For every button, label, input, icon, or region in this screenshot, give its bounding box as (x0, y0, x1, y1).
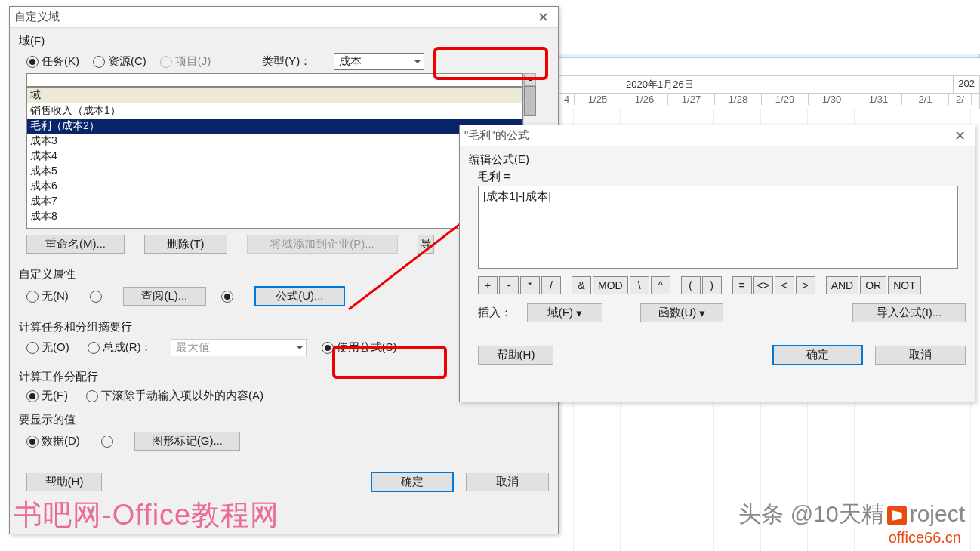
dialog-titlebar[interactable]: 自定义域 ✕ (10, 7, 558, 28)
op-lt[interactable]: < (775, 276, 794, 294)
op-gt[interactable]: > (796, 276, 815, 294)
op-not[interactable]: NOT (888, 276, 921, 294)
radio-attr-lookup[interactable] (90, 291, 102, 303)
radio-calc-none[interactable]: 无(O) (26, 340, 69, 355)
insert-field-button[interactable]: 域(F) ▾ (527, 303, 602, 322)
gantt-day: 2/ (949, 94, 972, 105)
gantt-day: 1/25 (575, 94, 621, 105)
list-item[interactable]: 毛利（成本2） (27, 119, 522, 134)
gantt-strip (559, 54, 980, 58)
radio-attr-none[interactable]: 无(N) (26, 289, 69, 303)
highlight-box-useformula (332, 346, 447, 379)
lookup-button[interactable]: 查阅(L)... (123, 287, 206, 306)
dialog-title: 自定义域 (14, 10, 60, 24)
list-item[interactable]: 成本8 (27, 209, 522, 224)
gantt-day: 1/27 (668, 94, 715, 105)
op-mod[interactable]: MOD (593, 276, 628, 294)
gantt-week-next: 202 (954, 76, 979, 94)
radio-resource[interactable]: 资源(C) (93, 54, 146, 69)
close-icon[interactable]: ✕ (533, 9, 553, 26)
radio-assign-rolldown[interactable]: 下滚除手动输入项以外的内容(A) (86, 389, 263, 403)
op-plus[interactable]: + (478, 276, 498, 294)
op-div[interactable]: / (541, 276, 561, 294)
gantt-day: 1/30 (809, 94, 855, 105)
insert-function-button[interactable]: 函数(U) ▾ (640, 303, 723, 322)
op-ne[interactable]: <> (753, 276, 773, 294)
radio-assign-none[interactable]: 无(E) (26, 389, 68, 403)
op-eq[interactable]: = (732, 276, 752, 294)
gantt-week-label: 2020年1月26日 (621, 76, 954, 94)
gantt-day: 2/1 (902, 94, 949, 105)
formula-help-button[interactable]: 帮助(H) (478, 346, 553, 365)
op-or[interactable]: OR (860, 276, 886, 294)
radio-project[interactable]: 项目(J) (160, 54, 211, 69)
import-button-partial[interactable]: 导 (418, 235, 434, 254)
radio-task[interactable]: 任务(K) (26, 54, 79, 69)
scroll-thumb[interactable] (524, 86, 536, 116)
rename-button[interactable]: 重命名(M)... (26, 235, 125, 254)
op-concat[interactable]: & (572, 276, 591, 294)
rollup-select: 最大值 (171, 339, 307, 356)
gantt-day: 1/28 (715, 94, 762, 105)
cancel-button[interactable]: 取消 (466, 473, 549, 491)
type-select[interactable]: 成本 (334, 53, 424, 70)
insert-label: 插入： (478, 306, 512, 320)
list-header: 域 (27, 88, 522, 103)
attribution-text: 头条 @10天精roject (738, 499, 965, 530)
gantt-week-pad (559, 76, 621, 94)
highlight-box-type (433, 47, 548, 80)
op-lparen[interactable]: ( (681, 276, 701, 294)
list-item[interactable]: 成本4 (27, 149, 522, 164)
list-item[interactable]: 成本6 (27, 179, 522, 194)
op-rparen[interactable]: ) (702, 276, 722, 294)
radio-show-data[interactable]: 数据(D) (26, 434, 80, 448)
import-formula-button[interactable]: 导入公式(I)... (852, 303, 966, 322)
attribution-url: office66.cn (889, 529, 961, 546)
gantt-day: 1/26 (621, 94, 668, 105)
delete-button[interactable]: 删除(T) (144, 235, 227, 254)
radio-show-graphic[interactable] (101, 436, 113, 448)
watermark-text: 书吧网-Office教程网 (14, 496, 279, 534)
formula-dialog-titlebar[interactable]: "毛利"的公式 ✕ (460, 125, 975, 146)
formula-button[interactable]: 公式(U)... (254, 286, 345, 306)
radio-calc-rollup[interactable]: 总成(R)： (88, 340, 153, 355)
op-mult[interactable]: * (520, 276, 540, 294)
formula-ok-button[interactable]: 确定 (772, 345, 863, 365)
formula-textarea[interactable]: [成本1]-[成本] (478, 186, 958, 269)
gantt-days: 4 1/25 1/26 1/27 1/28 1/29 1/30 1/31 2/1… (559, 94, 979, 105)
list-item[interactable]: 成本7 (27, 194, 522, 209)
close-icon[interactable]: ✕ (950, 128, 970, 144)
edit-formula-label: 编辑公式(E) (469, 152, 966, 167)
op-pow[interactable]: ^ (651, 276, 670, 294)
field-equals-label: 毛利 = (478, 170, 966, 184)
office-logo-icon (887, 506, 907, 525)
type-label: 类型(Y)： (262, 54, 311, 69)
op-and[interactable]: AND (826, 276, 859, 294)
op-minus[interactable]: - (499, 276, 519, 294)
list-item[interactable]: 销售收入（成本1） (27, 103, 522, 119)
formula-cancel-button[interactable]: 取消 (875, 346, 966, 365)
formula-dialog-title: "毛利"的公式 (464, 128, 529, 143)
add-enterprise-button: 将域添加到企业(P)... (247, 235, 398, 254)
gantt-day: 1/29 (762, 94, 809, 105)
formula-text: [成本1]-[成本] (483, 189, 551, 202)
list-item[interactable]: 成本5 (27, 164, 522, 179)
graphic-indicators-button[interactable]: 图形标记(G)... (134, 432, 240, 451)
radio-attr-formula[interactable] (221, 291, 233, 303)
field-listbox[interactable]: 域 销售收入（成本1） 毛利（成本2） 成本3 成本4 成本5 成本6 成本7 … (26, 87, 523, 229)
list-item[interactable]: 成本3 (27, 134, 522, 149)
gantt-day: 1/31 (855, 94, 902, 105)
help-button[interactable]: 帮助(H) (26, 473, 102, 491)
op-intdiv[interactable]: \ (630, 276, 649, 294)
ok-button[interactable]: 确定 (371, 472, 454, 492)
formula-dialog: "毛利"的公式 ✕ 编辑公式(E) 毛利 = [成本1]-[成本] + - * … (459, 125, 975, 402)
gantt-day: 4 (559, 94, 575, 105)
show-values-label: 要显示的值 (19, 413, 549, 427)
